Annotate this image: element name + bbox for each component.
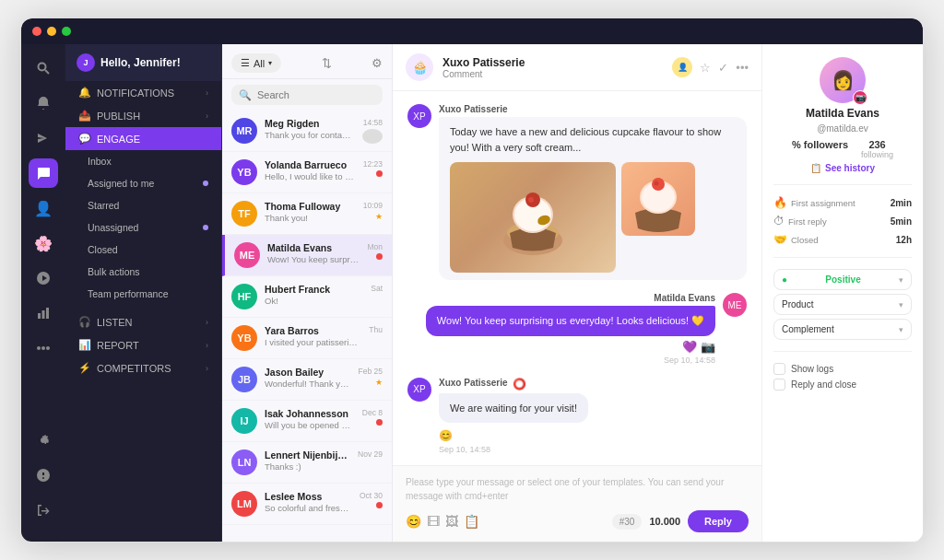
search-input[interactable] — [231, 85, 383, 105]
rp-followers-stat: % followers — [792, 139, 848, 159]
conv-star-jason: ★ — [375, 378, 383, 387]
sidebar-subitem-bulk[interactable]: Bulk actions — [65, 261, 221, 283]
sidebar: J Hello, Jennifer! 🔔 NOTIFICATIONS › 📤 P… — [65, 44, 222, 542]
rp-metric-label-assignment: 🔥 First assignment — [773, 196, 856, 209]
reply-close-checkbox[interactable] — [773, 379, 785, 391]
sort-btn[interactable]: ⇅ — [322, 56, 332, 70]
conv-preview-jason: Wonderful! Thank you! — [265, 379, 351, 389]
show-logs-checkbox[interactable] — [773, 363, 785, 375]
sidebar-subitem-unassigned[interactable]: Unassigned — [65, 216, 221, 239]
filter-options-btn[interactable]: ⚙ — [372, 56, 383, 70]
conv-item-thoma[interactable]: TF Thoma Fulloway Thank you! 10:09 ★ — [222, 193, 392, 235]
sidebar-item-engage[interactable]: 💬 ENGAGE — [65, 127, 221, 150]
sidebar-hello: J Hello, Jennifer! — [65, 44, 221, 81]
conv-name-yara: Yara Barros — [265, 325, 361, 336]
sidebar-subitem-team[interactable]: Team performance — [65, 283, 221, 305]
conv-item-hubert[interactable]: HF Hubert Franck Ok! Sat — [222, 276, 392, 318]
more-options-icon[interactable]: ••• — [736, 61, 749, 75]
complement-tag-dropdown[interactable]: Complement ▾ — [773, 319, 912, 340]
logout-icon-btn[interactable] — [29, 496, 58, 525]
conv-item-leslee[interactable]: LM Leslee Moss So colorful and fresh! Ca… — [222, 484, 392, 525]
heart-reaction[interactable]: 💜 — [682, 340, 697, 354]
report-chevron: › — [206, 341, 208, 350]
msg-bubble-brand-2: We are waiting for your visit! — [439, 393, 588, 424]
sidebar-item-publish[interactable]: 📤 PUBLISH › — [65, 104, 221, 127]
assigned-dot — [203, 181, 208, 186]
instagram-reaction[interactable]: 📷 — [701, 340, 715, 354]
nav-icon-listen[interactable] — [29, 263, 58, 293]
reply-gif-icon[interactable]: 🎞 — [427, 514, 440, 529]
publish-icon: 📤 — [78, 110, 91, 122]
sidebar-item-competitors[interactable]: ⚡ COMPETITORS › — [65, 356, 221, 379]
nav-icon-avatar2[interactable]: 🌸 — [29, 228, 58, 258]
sidebar-subitem-assigned[interactable]: Assigned to me — [65, 172, 221, 194]
rp-see-history-btn[interactable]: 📋 See history — [810, 163, 875, 173]
reply-image-icon[interactable]: 🖼 — [445, 514, 458, 529]
sidebar-subitem-starred[interactable]: Starred — [65, 194, 221, 216]
reply-emoji-icon[interactable]: 😊 — [406, 514, 421, 529]
reply-button[interactable]: Reply — [688, 510, 749, 532]
svg-rect-3 — [42, 310, 45, 319]
nav-icon-report[interactable] — [29, 298, 58, 328]
chrome-maximize[interactable] — [62, 27, 71, 36]
help-icon-btn[interactable] — [29, 461, 58, 490]
conv-item-yolanda[interactable]: YB Yolanda Barrueco Hello, I would like … — [222, 152, 392, 193]
conv-item-yara[interactable]: YB Yara Barros I visited your patisserie… — [222, 318, 392, 359]
conv-name-lennert: Lennert Nijenbijvan Si... — [265, 449, 350, 461]
rp-metric-reply: ⏱ First reply 5min — [773, 215, 912, 228]
conv-time-thoma: 10:09 — [363, 201, 383, 210]
rp-metric-closed: 🤝 Closed 12h — [773, 233, 912, 246]
nav-icon-notifications[interactable] — [29, 88, 58, 118]
conv-item-lennert[interactable]: LN Lennert Nijenbijvan Si... Thanks :) N… — [222, 442, 392, 484]
msg-sender-brand-2: Xuxo Patisserie — [439, 378, 507, 388]
conv-content-hubert: Hubert Franck Ok! — [265, 284, 363, 306]
sidebar-subitem-inbox[interactable]: Inbox — [65, 150, 221, 172]
unassigned-dot — [203, 225, 208, 230]
chrome-close[interactable] — [32, 27, 41, 36]
nav-icon-competitors[interactable] — [29, 333, 58, 363]
conv-meta-lennert: Nov 29 — [358, 449, 383, 459]
notifications-icon: 🔔 — [78, 87, 91, 99]
nav-icon-publish[interactable] — [29, 123, 58, 153]
sidebar-item-report[interactable]: 📊 REPORT › — [65, 333, 221, 356]
svg-point-18 — [655, 181, 659, 186]
chat-header-actions: 👤 ☆ ✓ ••• — [672, 57, 749, 77]
svg-point-0 — [39, 64, 46, 71]
chrome-minimize[interactable] — [47, 27, 56, 36]
conv-content-leslee: Leslee Moss So colorful and fresh! Can't… — [265, 491, 352, 513]
msg-reactions: 💜 📷 — [682, 340, 715, 354]
star-icon[interactable]: ☆ — [700, 61, 711, 75]
conv-content-isak: Isak Johannesson Will you be opened duri… — [265, 408, 355, 430]
reply-template-icon[interactable]: 📋 — [464, 514, 479, 529]
conv-item-matilda[interactable]: ME Matilda Evans Wow! You keep surprisin… — [222, 235, 392, 276]
history-icon: 📋 — [810, 163, 821, 173]
conv-item-isak[interactable]: IJ Isak Johannesson Will you be opened d… — [222, 401, 392, 442]
check-circle-icon[interactable]: ✓ — [718, 61, 728, 75]
conv-name-meg: Meg Rigden — [265, 118, 355, 129]
rp-sentiment-section: ● Positive ▾ Product ▾ Complement ▾ — [773, 269, 912, 340]
product-tag-dropdown[interactable]: Product ▾ — [773, 294, 912, 315]
nav-icon-avatar1[interactable]: 👤 — [29, 193, 58, 223]
sidebar-subitem-closed[interactable]: Closed — [65, 239, 221, 261]
metric-label-1: First reply — [788, 216, 827, 227]
conv-avatar-jason: JB — [231, 367, 257, 392]
nav-icon-engage[interactable] — [29, 158, 58, 188]
conv-preview-yolanda: Hello, I would like to order a box of... — [265, 171, 356, 181]
sidebar-item-listen[interactable]: 🎧 LISTEN › — [65, 310, 221, 333]
conv-item-meg[interactable]: MR Meg Rigden Thank you for contacting u… — [222, 111, 392, 152]
rp-avatar-emoji: 👩 — [832, 69, 855, 91]
inbox-label: Inbox — [88, 156, 112, 167]
search-icon-btn[interactable] — [29, 53, 58, 83]
svg-line-1 — [45, 70, 49, 74]
sidebar-item-notifications[interactable]: 🔔 NOTIFICATIONS › — [65, 81, 221, 104]
emoji-reaction-icon[interactable]: 😊 — [439, 429, 453, 442]
sentiment-dropdown[interactable]: ● Positive ▾ — [773, 269, 912, 290]
main-layout: 👤 🌸 — [21, 18, 923, 542]
show-logs-checkbox-row[interactable]: Show logs — [773, 363, 912, 375]
settings-icon-btn[interactable] — [29, 426, 58, 455]
complement-tag-label: Complement — [782, 324, 834, 334]
conv-item-jason[interactable]: JB Jason Bailey Wonderful! Thank you! Fe… — [222, 359, 392, 401]
reply-close-checkbox-row[interactable]: Reply and close — [773, 379, 912, 391]
conv-list-header: ☰ All ▾ ⇅ ⚙ — [222, 44, 392, 79]
filter-all-btn[interactable]: ☰ All ▾ — [231, 53, 281, 73]
